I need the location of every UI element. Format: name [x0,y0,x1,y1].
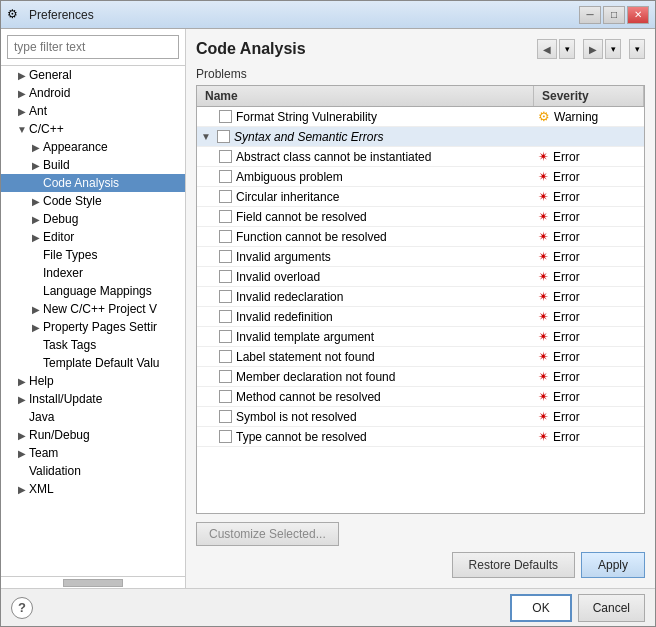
help-button[interactable]: ? [11,597,33,619]
sidebar-item-language-mappings[interactable]: Language Mappings [1,282,185,300]
table-row[interactable]: Abstract class cannot be instantiated ✴ … [197,147,644,167]
sidebar-item-task-tags[interactable]: Task Tags [1,336,185,354]
sidebar-item-android[interactable]: ▶ Android [1,84,185,102]
row-checkbox[interactable] [219,170,232,183]
table-row[interactable]: Member declaration not found ✴ Error [197,367,644,387]
chevron-right-icon: ▶ [15,484,29,495]
preferences-window: ⚙ Preferences ─ □ ✕ ▶ General ▶ Android [0,0,656,627]
table-row[interactable]: Type cannot be resolved ✴ Error [197,427,644,447]
sidebar-item-team[interactable]: ▶ Team [1,444,185,462]
row-checkbox[interactable] [219,350,232,363]
ok-button[interactable]: OK [510,594,571,622]
row-name: Invalid template argument [197,328,534,346]
row-label: Function cannot be resolved [236,230,387,244]
sidebar-item-validation[interactable]: Validation [1,462,185,480]
row-severity: ✴ Error [534,207,644,226]
row-severity [534,135,644,139]
error-icon: ✴ [538,349,549,364]
row-checkbox[interactable] [219,370,232,383]
table-row[interactable]: Format String Vulnerability ⚙ Warning [197,107,644,127]
sidebar-item-property-pages[interactable]: ▶ Property Pages Settir [1,318,185,336]
forward-dropdown[interactable]: ▾ [605,39,621,59]
table-row[interactable]: Invalid template argument ✴ Error [197,327,644,347]
sidebar-item-debug[interactable]: ▶ Debug [1,210,185,228]
row-checkbox[interactable] [219,230,232,243]
table-header: Name Severity [197,86,644,107]
sidebar-item-install-update[interactable]: ▶ Install/Update [1,390,185,408]
row-checkbox[interactable] [219,310,232,323]
row-checkbox[interactable] [217,130,230,143]
row-checkbox[interactable] [219,110,232,123]
sidebar-item-indexer[interactable]: Indexer [1,264,185,282]
sidebar-item-cpp[interactable]: ▼ C/C++ [1,120,185,138]
problems-label: Problems [196,67,645,81]
row-checkbox[interactable] [219,330,232,343]
table-row[interactable]: Method cannot be resolved ✴ Error [197,387,644,407]
sidebar-item-xml[interactable]: ▶ XML [1,480,185,498]
sidebar-item-general[interactable]: ▶ General [1,66,185,84]
row-label: Invalid overload [236,270,320,284]
sidebar-item-code-style[interactable]: ▶ Code Style [1,192,185,210]
apply-button[interactable]: Apply [581,552,645,578]
table-row[interactable]: Label statement not found ✴ Error [197,347,644,367]
sidebar-item-code-analysis[interactable]: Code Analysis [1,174,185,192]
sidebar-item-template-default[interactable]: Template Default Valu [1,354,185,372]
back-dropdown[interactable]: ▾ [559,39,575,59]
cancel-button[interactable]: Cancel [578,594,645,622]
maximize-button[interactable]: □ [603,6,625,24]
sidebar-item-run-debug[interactable]: ▶ Run/Debug [1,426,185,444]
error-icon: ✴ [538,229,549,244]
page-title: Code Analysis [196,40,537,58]
row-severity: ✴ Error [534,367,644,386]
table-row[interactable]: Ambiguous problem ✴ Error [197,167,644,187]
table-row[interactable]: Invalid overload ✴ Error [197,267,644,287]
table-row[interactable]: Invalid redefinition ✴ Error [197,307,644,327]
problems-table: Name Severity Format String Vulnerabilit… [196,85,645,514]
horizontal-scrollbar[interactable] [1,576,185,588]
error-icon: ✴ [538,369,549,384]
customize-button[interactable]: Customize Selected... [196,522,339,546]
minimize-button[interactable]: ─ [579,6,601,24]
row-severity: ✴ Error [534,407,644,426]
row-checkbox[interactable] [219,430,232,443]
sidebar-item-appearance[interactable]: ▶ Appearance [1,138,185,156]
table-row[interactable]: ▼ Syntax and Semantic Errors [197,127,644,147]
row-checkbox[interactable] [219,290,232,303]
table-row[interactable]: Field cannot be resolved ✴ Error [197,207,644,227]
row-severity: ✴ Error [534,387,644,406]
sidebar-item-label: Android [29,86,185,100]
row-name: Circular inheritance [197,188,534,206]
sidebar-item-java[interactable]: Java [1,408,185,426]
close-button[interactable]: ✕ [627,6,649,24]
row-checkbox[interactable] [219,250,232,263]
sidebar-item-editor[interactable]: ▶ Editor [1,228,185,246]
row-severity: ✴ Error [534,147,644,166]
right-header: Code Analysis ◀ ▾ ▶ ▾ ▾ [196,39,645,59]
row-checkbox[interactable] [219,210,232,223]
row-checkbox[interactable] [219,190,232,203]
search-input[interactable] [7,35,179,59]
sidebar-item-build[interactable]: ▶ Build [1,156,185,174]
table-row[interactable]: Circular inheritance ✴ Error [197,187,644,207]
window-title: Preferences [29,8,579,22]
row-checkbox[interactable] [219,390,232,403]
sidebar-item-label: Run/Debug [29,428,185,442]
row-checkbox[interactable] [219,410,232,423]
menu-dropdown[interactable]: ▾ [629,39,645,59]
row-checkbox[interactable] [219,270,232,283]
table-row[interactable]: Symbol is not resolved ✴ Error [197,407,644,427]
sidebar-item-file-types[interactable]: File Types [1,246,185,264]
restore-defaults-button[interactable]: Restore Defaults [452,552,575,578]
severity-label: Error [553,250,580,264]
sidebar-item-label: Java [29,410,185,424]
back-button[interactable]: ◀ [537,39,557,59]
sidebar-item-new-cpp[interactable]: ▶ New C/C++ Project V [1,300,185,318]
table-body: Format String Vulnerability ⚙ Warning ▼ … [197,107,644,513]
sidebar-item-help[interactable]: ▶ Help [1,372,185,390]
table-row[interactable]: Invalid arguments ✴ Error [197,247,644,267]
row-checkbox[interactable] [219,150,232,163]
sidebar-item-ant[interactable]: ▶ Ant [1,102,185,120]
forward-button[interactable]: ▶ [583,39,603,59]
table-row[interactable]: Function cannot be resolved ✴ Error [197,227,644,247]
table-row[interactable]: Invalid redeclaration ✴ Error [197,287,644,307]
